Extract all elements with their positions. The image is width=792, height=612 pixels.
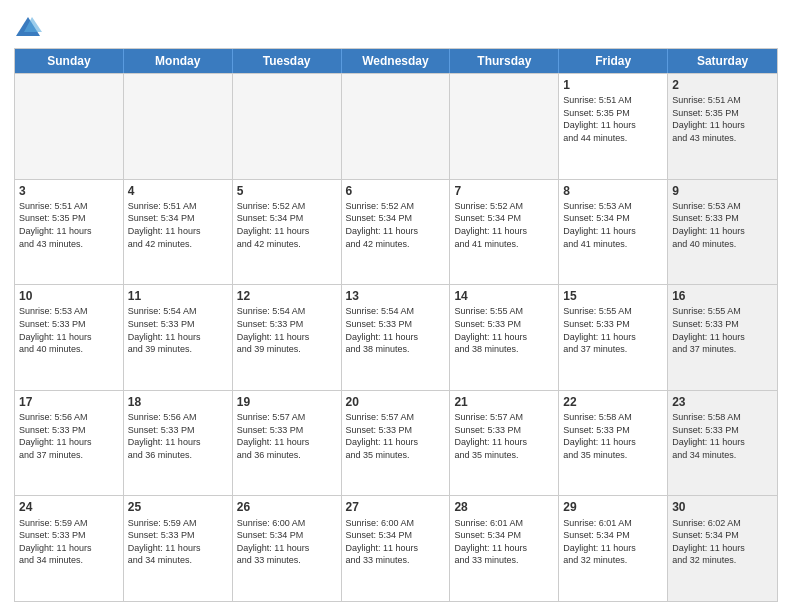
day-number: 14 bbox=[454, 288, 554, 304]
day-info: Sunrise: 5:51 AM Sunset: 5:35 PM Dayligh… bbox=[563, 94, 663, 144]
day-number: 5 bbox=[237, 183, 337, 199]
header-day-friday: Friday bbox=[559, 49, 668, 73]
day-cell-17: 17Sunrise: 5:56 AM Sunset: 5:33 PM Dayli… bbox=[15, 391, 124, 496]
logo bbox=[14, 14, 44, 42]
day-info: Sunrise: 6:00 AM Sunset: 5:34 PM Dayligh… bbox=[346, 517, 446, 567]
day-info: Sunrise: 5:52 AM Sunset: 5:34 PM Dayligh… bbox=[454, 200, 554, 250]
day-number: 22 bbox=[563, 394, 663, 410]
header-day-tuesday: Tuesday bbox=[233, 49, 342, 73]
week-row-5: 24Sunrise: 5:59 AM Sunset: 5:33 PM Dayli… bbox=[15, 495, 777, 601]
day-number: 29 bbox=[563, 499, 663, 515]
day-number: 18 bbox=[128, 394, 228, 410]
day-info: Sunrise: 5:51 AM Sunset: 5:35 PM Dayligh… bbox=[672, 94, 773, 144]
day-number: 24 bbox=[19, 499, 119, 515]
day-info: Sunrise: 5:54 AM Sunset: 5:33 PM Dayligh… bbox=[128, 305, 228, 355]
empty-cell bbox=[124, 74, 233, 179]
day-number: 9 bbox=[672, 183, 773, 199]
header-day-monday: Monday bbox=[124, 49, 233, 73]
day-cell-22: 22Sunrise: 5:58 AM Sunset: 5:33 PM Dayli… bbox=[559, 391, 668, 496]
day-info: Sunrise: 5:53 AM Sunset: 5:34 PM Dayligh… bbox=[563, 200, 663, 250]
day-cell-3: 3Sunrise: 5:51 AM Sunset: 5:35 PM Daylig… bbox=[15, 180, 124, 285]
day-number: 17 bbox=[19, 394, 119, 410]
day-cell-21: 21Sunrise: 5:57 AM Sunset: 5:33 PM Dayli… bbox=[450, 391, 559, 496]
calendar: SundayMondayTuesdayWednesdayThursdayFrid… bbox=[14, 48, 778, 602]
day-cell-18: 18Sunrise: 5:56 AM Sunset: 5:33 PM Dayli… bbox=[124, 391, 233, 496]
day-number: 1 bbox=[563, 77, 663, 93]
day-cell-2: 2Sunrise: 5:51 AM Sunset: 5:35 PM Daylig… bbox=[668, 74, 777, 179]
day-number: 16 bbox=[672, 288, 773, 304]
day-number: 4 bbox=[128, 183, 228, 199]
day-cell-24: 24Sunrise: 5:59 AM Sunset: 5:33 PM Dayli… bbox=[15, 496, 124, 601]
empty-cell bbox=[15, 74, 124, 179]
day-info: Sunrise: 5:55 AM Sunset: 5:33 PM Dayligh… bbox=[672, 305, 773, 355]
day-info: Sunrise: 6:00 AM Sunset: 5:34 PM Dayligh… bbox=[237, 517, 337, 567]
day-cell-16: 16Sunrise: 5:55 AM Sunset: 5:33 PM Dayli… bbox=[668, 285, 777, 390]
day-cell-7: 7Sunrise: 5:52 AM Sunset: 5:34 PM Daylig… bbox=[450, 180, 559, 285]
day-number: 27 bbox=[346, 499, 446, 515]
day-info: Sunrise: 5:55 AM Sunset: 5:33 PM Dayligh… bbox=[563, 305, 663, 355]
day-number: 20 bbox=[346, 394, 446, 410]
week-row-4: 17Sunrise: 5:56 AM Sunset: 5:33 PM Dayli… bbox=[15, 390, 777, 496]
day-number: 11 bbox=[128, 288, 228, 304]
day-info: Sunrise: 5:59 AM Sunset: 5:33 PM Dayligh… bbox=[19, 517, 119, 567]
header-day-thursday: Thursday bbox=[450, 49, 559, 73]
day-cell-1: 1Sunrise: 5:51 AM Sunset: 5:35 PM Daylig… bbox=[559, 74, 668, 179]
day-number: 19 bbox=[237, 394, 337, 410]
day-info: Sunrise: 6:01 AM Sunset: 5:34 PM Dayligh… bbox=[563, 517, 663, 567]
logo-icon bbox=[14, 14, 42, 42]
day-info: Sunrise: 6:02 AM Sunset: 5:34 PM Dayligh… bbox=[672, 517, 773, 567]
day-cell-28: 28Sunrise: 6:01 AM Sunset: 5:34 PM Dayli… bbox=[450, 496, 559, 601]
day-number: 7 bbox=[454, 183, 554, 199]
page: SundayMondayTuesdayWednesdayThursdayFrid… bbox=[0, 0, 792, 612]
day-info: Sunrise: 5:52 AM Sunset: 5:34 PM Dayligh… bbox=[346, 200, 446, 250]
day-info: Sunrise: 5:56 AM Sunset: 5:33 PM Dayligh… bbox=[19, 411, 119, 461]
day-number: 26 bbox=[237, 499, 337, 515]
day-cell-4: 4Sunrise: 5:51 AM Sunset: 5:34 PM Daylig… bbox=[124, 180, 233, 285]
day-info: Sunrise: 5:56 AM Sunset: 5:33 PM Dayligh… bbox=[128, 411, 228, 461]
day-number: 30 bbox=[672, 499, 773, 515]
day-info: Sunrise: 5:59 AM Sunset: 5:33 PM Dayligh… bbox=[128, 517, 228, 567]
day-cell-10: 10Sunrise: 5:53 AM Sunset: 5:33 PM Dayli… bbox=[15, 285, 124, 390]
day-info: Sunrise: 5:57 AM Sunset: 5:33 PM Dayligh… bbox=[237, 411, 337, 461]
day-info: Sunrise: 5:53 AM Sunset: 5:33 PM Dayligh… bbox=[672, 200, 773, 250]
day-cell-5: 5Sunrise: 5:52 AM Sunset: 5:34 PM Daylig… bbox=[233, 180, 342, 285]
week-row-3: 10Sunrise: 5:53 AM Sunset: 5:33 PM Dayli… bbox=[15, 284, 777, 390]
day-info: Sunrise: 5:51 AM Sunset: 5:35 PM Dayligh… bbox=[19, 200, 119, 250]
day-info: Sunrise: 5:57 AM Sunset: 5:33 PM Dayligh… bbox=[346, 411, 446, 461]
day-cell-9: 9Sunrise: 5:53 AM Sunset: 5:33 PM Daylig… bbox=[668, 180, 777, 285]
day-info: Sunrise: 5:54 AM Sunset: 5:33 PM Dayligh… bbox=[237, 305, 337, 355]
day-number: 15 bbox=[563, 288, 663, 304]
header-day-wednesday: Wednesday bbox=[342, 49, 451, 73]
day-cell-27: 27Sunrise: 6:00 AM Sunset: 5:34 PM Dayli… bbox=[342, 496, 451, 601]
header bbox=[14, 10, 778, 42]
day-number: 2 bbox=[672, 77, 773, 93]
empty-cell bbox=[450, 74, 559, 179]
day-info: Sunrise: 5:51 AM Sunset: 5:34 PM Dayligh… bbox=[128, 200, 228, 250]
empty-cell bbox=[233, 74, 342, 179]
day-info: Sunrise: 5:53 AM Sunset: 5:33 PM Dayligh… bbox=[19, 305, 119, 355]
day-cell-13: 13Sunrise: 5:54 AM Sunset: 5:33 PM Dayli… bbox=[342, 285, 451, 390]
header-day-sunday: Sunday bbox=[15, 49, 124, 73]
day-cell-19: 19Sunrise: 5:57 AM Sunset: 5:33 PM Dayli… bbox=[233, 391, 342, 496]
day-cell-14: 14Sunrise: 5:55 AM Sunset: 5:33 PM Dayli… bbox=[450, 285, 559, 390]
day-cell-29: 29Sunrise: 6:01 AM Sunset: 5:34 PM Dayli… bbox=[559, 496, 668, 601]
day-info: Sunrise: 5:54 AM Sunset: 5:33 PM Dayligh… bbox=[346, 305, 446, 355]
day-cell-15: 15Sunrise: 5:55 AM Sunset: 5:33 PM Dayli… bbox=[559, 285, 668, 390]
empty-cell bbox=[342, 74, 451, 179]
day-number: 12 bbox=[237, 288, 337, 304]
day-cell-20: 20Sunrise: 5:57 AM Sunset: 5:33 PM Dayli… bbox=[342, 391, 451, 496]
day-cell-25: 25Sunrise: 5:59 AM Sunset: 5:33 PM Dayli… bbox=[124, 496, 233, 601]
header-day-saturday: Saturday bbox=[668, 49, 777, 73]
day-number: 28 bbox=[454, 499, 554, 515]
day-number: 13 bbox=[346, 288, 446, 304]
day-info: Sunrise: 5:55 AM Sunset: 5:33 PM Dayligh… bbox=[454, 305, 554, 355]
week-row-2: 3Sunrise: 5:51 AM Sunset: 5:35 PM Daylig… bbox=[15, 179, 777, 285]
day-info: Sunrise: 5:58 AM Sunset: 5:33 PM Dayligh… bbox=[672, 411, 773, 461]
calendar-body: 1Sunrise: 5:51 AM Sunset: 5:35 PM Daylig… bbox=[15, 73, 777, 601]
day-number: 3 bbox=[19, 183, 119, 199]
day-info: Sunrise: 6:01 AM Sunset: 5:34 PM Dayligh… bbox=[454, 517, 554, 567]
day-info: Sunrise: 5:58 AM Sunset: 5:33 PM Dayligh… bbox=[563, 411, 663, 461]
day-info: Sunrise: 5:52 AM Sunset: 5:34 PM Dayligh… bbox=[237, 200, 337, 250]
day-number: 21 bbox=[454, 394, 554, 410]
day-cell-30: 30Sunrise: 6:02 AM Sunset: 5:34 PM Dayli… bbox=[668, 496, 777, 601]
